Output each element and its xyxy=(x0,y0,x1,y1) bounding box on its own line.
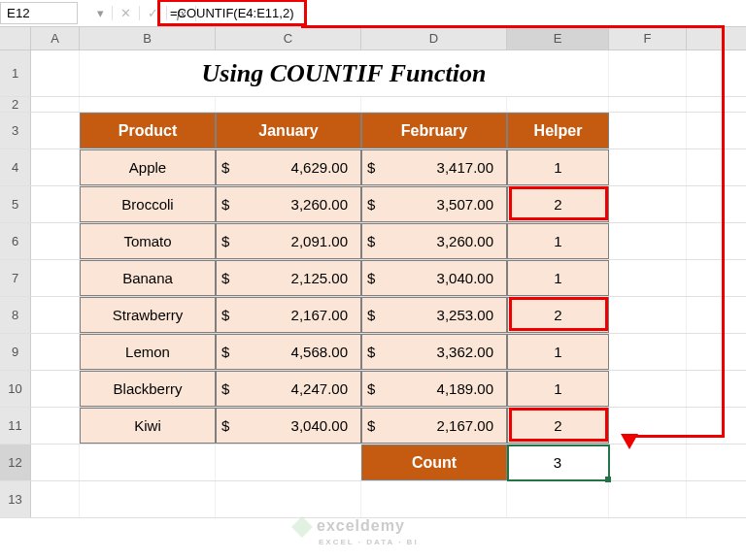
row-header[interactable]: 11 xyxy=(0,408,31,444)
count-label-cell[interactable]: Count xyxy=(361,445,507,480)
cell[interactable] xyxy=(31,50,80,96)
product-cell[interactable]: Lemon xyxy=(80,334,216,370)
cell[interactable] xyxy=(80,481,216,517)
january-cell[interactable]: $2,125.00 xyxy=(216,260,361,296)
page-title: Using COUNTIF Function xyxy=(85,59,603,88)
cell[interactable] xyxy=(216,481,361,517)
cell[interactable] xyxy=(31,186,80,222)
cell[interactable] xyxy=(31,334,80,370)
helper-cell[interactable]: 2 xyxy=(507,186,609,222)
row-header[interactable]: 5 xyxy=(0,186,31,222)
row-header[interactable]: 6 xyxy=(0,223,31,259)
col-header-a[interactable]: A xyxy=(31,27,80,49)
product-cell[interactable]: Blackberry xyxy=(80,371,216,407)
january-cell[interactable]: $4,568.00 xyxy=(216,334,361,370)
row-header[interactable]: 10 xyxy=(0,371,31,407)
row-header[interactable]: 7 xyxy=(0,260,31,296)
helper-cell[interactable]: 1 xyxy=(507,260,609,296)
row-header-3[interactable]: 3 xyxy=(0,113,31,148)
cell[interactable] xyxy=(361,481,507,517)
february-cell[interactable]: $3,040.00 xyxy=(361,260,507,296)
title-cell[interactable]: Using COUNTIF Function xyxy=(80,50,609,96)
cell[interactable] xyxy=(361,97,507,112)
col-header-e[interactable]: E xyxy=(507,27,609,49)
row-header-2[interactable]: 2 xyxy=(0,97,31,112)
header-january[interactable]: January xyxy=(216,113,361,148)
row-header[interactable]: 9 xyxy=(0,334,31,370)
january-cell[interactable]: $4,247.00 xyxy=(216,371,361,407)
product-cell[interactable]: Tomato xyxy=(80,223,216,259)
cell[interactable] xyxy=(609,334,687,370)
product-cell[interactable]: Kiwi xyxy=(80,408,216,444)
cell[interactable] xyxy=(609,481,687,517)
cell[interactable] xyxy=(609,97,687,112)
january-cell[interactable]: $2,167.00 xyxy=(216,297,361,333)
helper-cell[interactable]: 1 xyxy=(507,371,609,407)
cell[interactable] xyxy=(31,113,80,148)
january-cell[interactable]: $4,629.00 xyxy=(216,149,361,185)
col-header-c[interactable]: C xyxy=(216,27,361,49)
february-cell[interactable]: $3,417.00 xyxy=(361,149,507,185)
february-cell[interactable]: $4,189.00 xyxy=(361,371,507,407)
row-header-12[interactable]: 12 xyxy=(0,445,31,480)
col-header-b[interactable]: B xyxy=(80,27,216,49)
cancel-icon[interactable]: ✕ xyxy=(113,6,140,20)
table-row: 10Blackberry$4,247.00$4,189.001 xyxy=(0,371,746,408)
january-cell[interactable]: $2,091.00 xyxy=(216,223,361,259)
cell[interactable] xyxy=(31,445,80,480)
product-cell[interactable]: Strawberry xyxy=(80,297,216,333)
cell[interactable] xyxy=(609,223,687,259)
cell[interactable] xyxy=(609,445,687,480)
row-header-1[interactable]: 1 xyxy=(0,50,31,96)
cell[interactable] xyxy=(80,97,216,112)
january-cell[interactable]: $3,040.00 xyxy=(216,408,361,444)
february-cell[interactable]: $3,362.00 xyxy=(361,334,507,370)
name-box[interactable] xyxy=(0,2,78,24)
helper-cell[interactable]: 1 xyxy=(507,334,609,370)
select-all-corner[interactable] xyxy=(0,27,31,49)
dropdown-icon[interactable]: ▾ xyxy=(89,6,113,20)
row-header[interactable]: 4 xyxy=(0,149,31,185)
header-february[interactable]: February xyxy=(361,113,507,148)
january-cell[interactable]: $3,260.00 xyxy=(216,186,361,222)
february-cell[interactable]: $2,167.00 xyxy=(361,408,507,444)
cell[interactable] xyxy=(31,297,80,333)
cell[interactable] xyxy=(31,97,80,112)
cell[interactable] xyxy=(609,50,687,96)
cell[interactable] xyxy=(31,371,80,407)
cell[interactable] xyxy=(507,97,609,112)
row-header-13[interactable]: 13 xyxy=(0,481,31,517)
count-value-cell[interactable]: 3 xyxy=(507,445,609,480)
cell[interactable] xyxy=(609,297,687,333)
cell[interactable] xyxy=(609,260,687,296)
cell[interactable] xyxy=(609,149,687,185)
cell[interactable] xyxy=(31,481,80,517)
helper-cell[interactable]: 1 xyxy=(507,149,609,185)
february-cell[interactable]: $3,507.00 xyxy=(361,186,507,222)
cell[interactable] xyxy=(216,445,361,480)
cell[interactable] xyxy=(31,408,80,444)
formula-highlight: =COUNTIF(E4:E11,2) xyxy=(157,0,307,26)
cell[interactable] xyxy=(609,371,687,407)
cell[interactable] xyxy=(216,97,361,112)
cell[interactable] xyxy=(31,149,80,185)
helper-cell[interactable]: 2 xyxy=(507,408,609,444)
february-cell[interactable]: $3,253.00 xyxy=(361,297,507,333)
cell[interactable] xyxy=(609,186,687,222)
product-cell[interactable]: Banana xyxy=(80,260,216,296)
cell[interactable] xyxy=(609,113,687,148)
header-product[interactable]: Product xyxy=(80,113,216,148)
helper-cell[interactable]: 1 xyxy=(507,223,609,259)
helper-cell[interactable]: 2 xyxy=(507,297,609,333)
cell[interactable] xyxy=(80,445,216,480)
col-header-f[interactable]: F xyxy=(609,27,687,49)
product-cell[interactable]: Broccoli xyxy=(80,186,216,222)
february-cell[interactable]: $3,260.00 xyxy=(361,223,507,259)
product-cell[interactable]: Apple xyxy=(80,149,216,185)
cell[interactable] xyxy=(507,481,609,517)
cell[interactable] xyxy=(31,223,80,259)
row-header[interactable]: 8 xyxy=(0,297,31,333)
cell[interactable] xyxy=(31,260,80,296)
col-header-d[interactable]: D xyxy=(361,27,507,49)
header-helper[interactable]: Helper xyxy=(507,113,609,148)
